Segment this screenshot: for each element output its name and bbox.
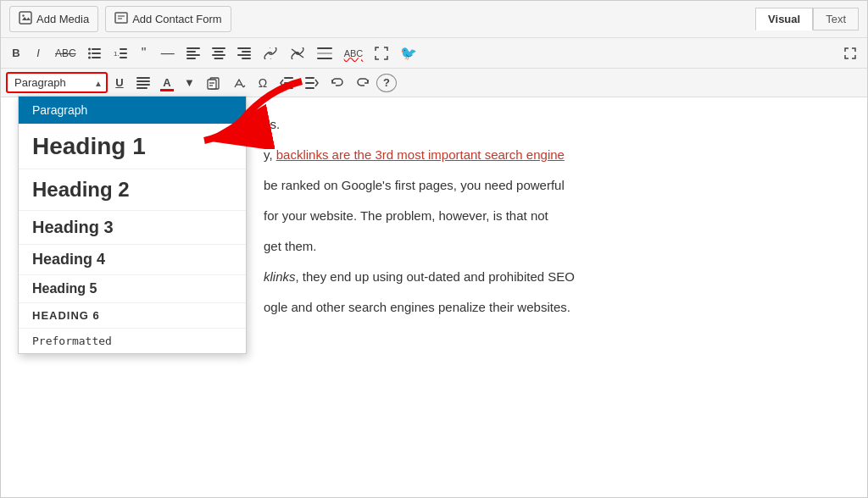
strikethrough-button[interactable]: ABC	[50, 44, 81, 63]
svg-rect-13	[120, 53, 127, 54]
content-line-2: y, backlinks are the 3rd most important …	[264, 145, 842, 165]
clear-format-button[interactable]	[227, 73, 251, 93]
svg-rect-8	[92, 53, 101, 54]
svg-rect-42	[284, 82, 293, 84]
svg-rect-17	[186, 54, 200, 56]
link-button[interactable]	[258, 44, 283, 63]
bold-button[interactable]: B	[6, 43, 26, 63]
svg-point-9	[88, 56, 91, 58]
svg-rect-25	[237, 54, 251, 56]
svg-rect-6	[92, 48, 101, 50]
svg-point-1	[22, 14, 24, 16]
align-left-button[interactable]	[181, 44, 205, 63]
svg-rect-28	[317, 53, 332, 54]
svg-rect-26	[242, 58, 251, 59]
svg-rect-10	[92, 57, 101, 58]
content-line-7: ogle and other search engines penalize t…	[264, 297, 842, 318]
dropdown-item-h1[interactable]: Heading 1	[19, 125, 246, 169]
svg-rect-0	[19, 12, 31, 24]
svg-point-5	[88, 47, 91, 50]
paste-text-button[interactable]	[202, 73, 225, 93]
dropdown-item-h2[interactable]: Heading 2	[19, 169, 246, 211]
undo-button[interactable]	[326, 74, 349, 92]
font-color-button[interactable]: A	[157, 73, 177, 92]
svg-line-27	[292, 49, 303, 58]
content-line-1: ks.	[264, 114, 842, 135]
content-line-6: klinks, they end up using out-dated and …	[264, 267, 842, 287]
unlink-button[interactable]	[285, 44, 310, 63]
add-media-label: Add Media	[36, 13, 89, 25]
special-char-button[interactable]: Ω	[253, 73, 273, 93]
svg-text:1.: 1.	[114, 50, 120, 58]
svg-rect-32	[136, 80, 150, 82]
svg-rect-36	[208, 80, 216, 89]
svg-rect-46	[305, 87, 314, 89]
svg-rect-43	[284, 87, 293, 89]
form-icon	[114, 11, 128, 27]
svg-rect-14	[120, 57, 127, 58]
dropdown-item-h6[interactable]: HEADING 6	[19, 303, 246, 329]
svg-rect-23	[237, 47, 251, 49]
format-dropdown-menu: Paragraph Heading 1 Heading 2 Heading 3 …	[18, 96, 247, 354]
font-color-dropdown[interactable]: ▼	[179, 73, 200, 92]
svg-rect-16	[186, 51, 196, 53]
indent-button[interactable]	[300, 74, 324, 92]
content-line-4: for your website. The problem, however, …	[264, 206, 842, 226]
fullscreen-button[interactable]	[370, 43, 393, 64]
underline-button[interactable]: U	[109, 73, 130, 92]
top-bar: Add Media Add Contact Form Visual Text	[1, 1, 867, 38]
svg-rect-21	[212, 54, 225, 56]
top-bar-left: Add Media Add Contact Form	[9, 6, 231, 32]
svg-rect-20	[214, 51, 223, 53]
ordered-list-button[interactable]: 1.	[108, 44, 132, 63]
align-center-button[interactable]	[207, 44, 231, 63]
visual-tab[interactable]: Visual	[755, 8, 813, 30]
svg-point-7	[88, 52, 91, 54]
svg-rect-44	[305, 77, 314, 79]
editor-wrapper: Add Media Add Contact Form Visual Text B…	[0, 0, 868, 498]
dropdown-item-pre[interactable]: Preformatted	[19, 329, 246, 353]
justify-button[interactable]	[131, 74, 155, 92]
svg-rect-19	[212, 47, 225, 49]
content-line-5: get them.	[264, 236, 842, 257]
outdent-button[interactable]	[275, 74, 298, 92]
svg-rect-45	[305, 82, 314, 84]
dropdown-item-h4[interactable]: Heading 4	[19, 245, 246, 275]
text-tab[interactable]: Text	[813, 8, 859, 30]
toolbar-row-1: B I ABC 1. " — ABC 🐦	[1, 38, 867, 69]
add-media-icon	[19, 11, 32, 27]
add-media-button[interactable]: Add Media	[9, 6, 98, 32]
format-select-wrapper: Paragraph Heading 1 Heading 2 Heading 3 …	[6, 72, 108, 93]
dropdown-item-h5[interactable]: Heading 5	[19, 275, 246, 303]
dropdown-item-paragraph[interactable]: Paragraph	[19, 97, 246, 125]
svg-rect-22	[214, 58, 223, 59]
svg-rect-31	[136, 77, 150, 79]
align-right-button[interactable]	[232, 44, 256, 63]
svg-rect-12	[120, 48, 127, 50]
top-bar-right: Visual Text	[755, 8, 859, 30]
svg-rect-18	[186, 58, 196, 59]
backlinks-link[interactable]: backlinks are the 3rd most important sea…	[276, 147, 565, 162]
spellcheck-button[interactable]: ABC	[339, 45, 369, 62]
format-select[interactable]: Paragraph Heading 1 Heading 2 Heading 3 …	[6, 72, 108, 93]
svg-rect-33	[136, 84, 150, 86]
dropdown-item-h3[interactable]: Heading 3	[19, 211, 246, 245]
svg-rect-34	[136, 87, 147, 89]
svg-rect-24	[242, 51, 251, 53]
add-contact-form-button[interactable]: Add Contact Form	[105, 6, 231, 32]
twitter-button[interactable]: 🐦	[395, 42, 422, 64]
redo-button[interactable]	[351, 74, 375, 92]
toolbar-row-2: Paragraph Heading 1 Heading 2 Heading 3 …	[1, 69, 867, 97]
help-button[interactable]: ?	[376, 74, 397, 92]
svg-rect-30	[317, 58, 332, 59]
add-contact-form-label: Add Contact Form	[132, 13, 222, 25]
blockquote-button[interactable]: "	[134, 42, 154, 64]
expand-button[interactable]	[838, 43, 862, 64]
insert-more-button[interactable]	[312, 44, 337, 63]
italic-button[interactable]: I	[28, 43, 48, 63]
content-line-3: be ranked on Google's first pages, you n…	[264, 175, 842, 196]
svg-rect-29	[317, 47, 332, 49]
unordered-list-button[interactable]	[83, 44, 107, 63]
horizontal-rule-button[interactable]: —	[156, 42, 180, 64]
svg-rect-41	[284, 77, 293, 79]
